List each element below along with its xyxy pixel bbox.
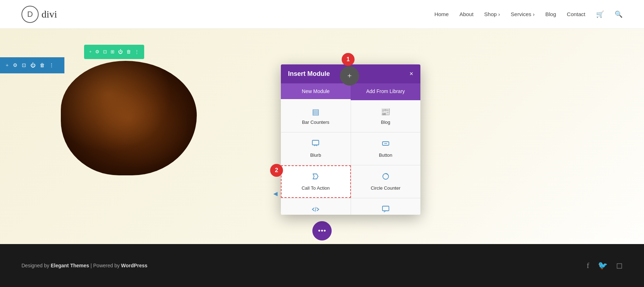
row-more-icon[interactable]: ⋮: [135, 49, 139, 55]
left-arrow-indicator: [272, 190, 280, 211]
step-badge-2: 2: [270, 164, 283, 177]
module-list: ▤ Bar Counters 📰 Blog B: [281, 100, 420, 215]
dot-icon: •••: [318, 226, 326, 235]
logo-text: divi: [42, 9, 57, 20]
row-grid-icon[interactable]: ⊞: [111, 49, 114, 55]
toolbar-toggle-icon[interactable]: ⏻: [30, 63, 35, 68]
tab-add-from-library[interactable]: Add From Library: [351, 83, 420, 100]
logo-icon: D: [21, 6, 39, 23]
insert-module-modal: Insert Module × New Module Add From Libr…: [281, 64, 420, 215]
row-settings-icon[interactable]: ⚙: [95, 49, 99, 55]
nav-links: Home About Shop Services Blog Contact 🛒 …: [434, 10, 623, 18]
button-label: Button: [379, 152, 392, 158]
circle-counter-label: Circle Counter: [371, 185, 400, 191]
comments-icon: [382, 205, 390, 215]
modal-tabs: New Module Add From Library: [281, 83, 420, 100]
svg-rect-5: [382, 206, 389, 211]
call-to-action-icon: [312, 172, 319, 183]
row-toolbar[interactable]: + ⚙ ⊡ ⊞ ⏻ 🗑 ⋮: [84, 45, 144, 59]
toolbar-delete-icon[interactable]: 🗑: [40, 63, 45, 68]
module-button[interactable]: Button: [351, 132, 421, 165]
plus-icon: +: [347, 71, 352, 81]
modal-close-button[interactable]: ×: [409, 70, 413, 78]
top-toolbar[interactable]: + ⚙ ⊡ ⏻ 🗑 ⋮: [0, 57, 64, 73]
footer-social: f 🐦 ◻: [587, 261, 623, 270]
module-row-2: Code Comments: [281, 198, 420, 215]
footer: Designed by Elegant Themes | Powered by …: [0, 244, 644, 287]
toolbar-more-icon[interactable]: ⋮: [49, 62, 54, 68]
module-row-1: Call To Action Circle Counter: [281, 165, 420, 198]
navbar: D divi Home About Shop Services Blog Con…: [0, 0, 644, 29]
bar-counters-label: Bar Counters: [302, 120, 330, 125]
call-to-action-label: Call To Action: [302, 185, 330, 191]
row-delete-icon[interactable]: 🗑: [126, 49, 131, 55]
module-bar-counters[interactable]: ▤ Bar Counters: [281, 100, 351, 132]
button-icon: [382, 140, 390, 150]
bread-image: [61, 61, 197, 175]
nav-home[interactable]: Home: [434, 11, 449, 17]
blog-label: Blog: [381, 120, 390, 125]
toolbar-clone-icon[interactable]: ⊡: [22, 62, 26, 68]
instagram-icon[interactable]: ◻: [616, 261, 623, 270]
logo[interactable]: D divi: [21, 6, 57, 23]
footer-credit: Designed by Elegant Themes | Powered by …: [21, 263, 147, 268]
bottom-dot-menu[interactable]: •••: [312, 221, 332, 240]
add-module-button[interactable]: +: [340, 66, 359, 86]
row-toggle-icon[interactable]: ⏻: [118, 49, 123, 55]
svg-rect-0: [312, 140, 319, 145]
nav-services[interactable]: Services: [511, 11, 535, 17]
row-add-icon[interactable]: +: [89, 49, 92, 55]
blurb-label: Blurb: [310, 152, 321, 158]
footer-prefix: Designed by: [21, 263, 51, 268]
nav-about[interactable]: About: [459, 11, 473, 17]
footer-brand2: WordPress: [121, 263, 147, 268]
module-row-partial: ▤ Bar Counters 📰 Blog: [281, 100, 420, 132]
blog-icon: 📰: [381, 107, 390, 117]
cart-icon[interactable]: 🛒: [596, 10, 604, 18]
module-blog[interactable]: 📰 Blog: [351, 100, 421, 132]
bread-texture: [61, 61, 197, 175]
search-icon[interactable]: 🔍: [615, 10, 623, 18]
toolbar-add-icon[interactable]: +: [6, 63, 9, 68]
modal-title: Insert Module: [288, 70, 330, 78]
tab-new-module[interactable]: New Module: [281, 83, 351, 100]
step-badge-1: 1: [342, 53, 355, 66]
nav-contact[interactable]: Contact: [567, 11, 585, 17]
toolbar-settings-icon[interactable]: ⚙: [13, 62, 18, 68]
footer-middle: | Powered by: [89, 263, 121, 268]
module-circle-counter[interactable]: Circle Counter: [351, 165, 421, 198]
svg-line-4: [315, 207, 316, 211]
main-area: + ⚙ ⊡ ⏻ 🗑 ⋮ + ⚙ ⊡ ⊞ ⏻ 🗑 ⋮ Designed by El…: [0, 29, 644, 287]
nav-shop[interactable]: Shop: [484, 11, 500, 17]
facebook-icon[interactable]: f: [587, 261, 589, 270]
module-blurb[interactable]: Blurb: [281, 132, 351, 165]
bar-counters-icon: ▤: [312, 107, 319, 117]
module-row-0: Blurb Button: [281, 132, 420, 165]
code-icon: [312, 205, 319, 215]
module-code[interactable]: Code: [281, 198, 351, 215]
row-clone-icon[interactable]: ⊡: [103, 49, 107, 55]
module-call-to-action[interactable]: Call To Action: [281, 165, 351, 198]
blurb-icon: [312, 140, 319, 150]
footer-brand1: Elegant Themes: [51, 263, 89, 268]
nav-blog[interactable]: Blog: [545, 11, 556, 17]
circle-counter-icon: [382, 172, 390, 183]
twitter-icon[interactable]: 🐦: [598, 261, 608, 270]
module-comments[interactable]: Comments: [351, 198, 421, 215]
